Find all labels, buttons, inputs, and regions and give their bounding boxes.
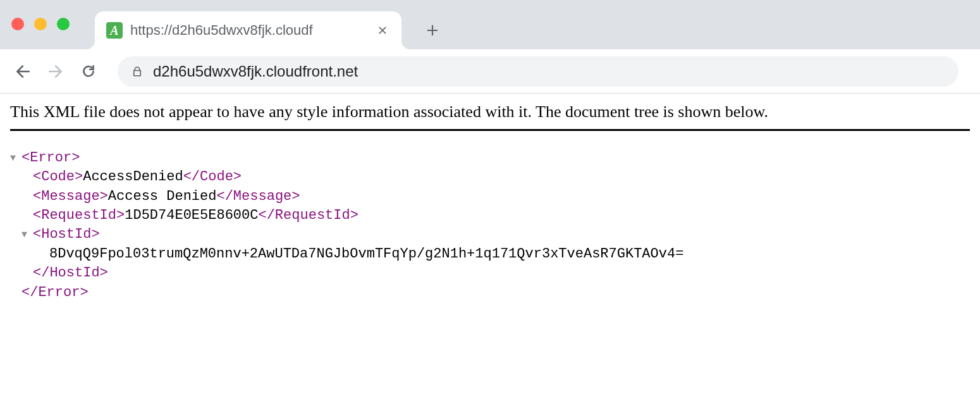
arrow-right-icon	[47, 63, 64, 80]
window-controls	[11, 18, 70, 30]
favicon-icon: A	[106, 22, 123, 39]
arrow-left-icon	[15, 63, 31, 80]
xml-message-node: <Message>Access Denied</Message>	[10, 187, 970, 206]
close-icon	[377, 25, 388, 35]
new-tab-button[interactable]	[419, 17, 446, 44]
page-content: This XML file does not appear to have an…	[0, 94, 980, 311]
xml-hostid-open[interactable]: ▼<HostId>	[10, 225, 970, 244]
xml-requestid-node: <RequestId>1D5D74E0E5E8600C</RequestId>	[10, 206, 970, 225]
disclosure-triangle-icon[interactable]: ▼	[10, 152, 21, 166]
address-bar[interactable]: d2h6u5dwxv8fjk.cloudfront.net	[118, 56, 959, 87]
tabstrip: A https://d2h6u5dwxv8fjk.cloudf	[95, 11, 446, 49]
reload-icon	[80, 63, 97, 80]
xml-hostid-close: </HostId>	[10, 264, 970, 283]
window-zoom-button[interactable]	[57, 18, 70, 30]
disclosure-triangle-icon[interactable]: ▼	[21, 229, 33, 242]
tab-title: https://d2h6u5dwxv8fjk.cloudf	[130, 22, 367, 39]
browser-toolbar: d2h6u5dwxv8fjk.cloudfront.net	[0, 49, 980, 94]
back-button[interactable]	[9, 58, 37, 85]
window-minimize-button[interactable]	[34, 18, 47, 30]
plus-icon	[426, 23, 439, 37]
xml-hostid-value: 8DvqQ9Fpol03trumQzM0nnv+2AwUTDa7NGJbOvmT…	[10, 245, 970, 264]
xml-no-style-banner: This XML file does not appear to have an…	[10, 102, 970, 131]
browser-tab-active[interactable]: A https://d2h6u5dwxv8fjk.cloudf	[95, 11, 401, 49]
browser-tabstrip-area: A https://d2h6u5dwxv8fjk.cloudf	[0, 0, 980, 49]
xml-error-close: </Error>	[10, 283, 970, 302]
lock-icon	[132, 66, 143, 77]
forward-button[interactable]	[42, 58, 70, 85]
xml-code-node: <Code>AccessDenied</Code>	[10, 168, 970, 187]
tab-close-button[interactable]	[375, 23, 390, 38]
url-text: d2h6u5dwxv8fjk.cloudfront.net	[153, 63, 358, 80]
reload-button[interactable]	[75, 58, 102, 85]
xml-error-open[interactable]: ▼<Error>	[10, 149, 970, 168]
xml-tree: ▼<Error> <Code>AccessDenied</Code> <Mess…	[10, 149, 970, 302]
window-close-button[interactable]	[11, 18, 24, 30]
